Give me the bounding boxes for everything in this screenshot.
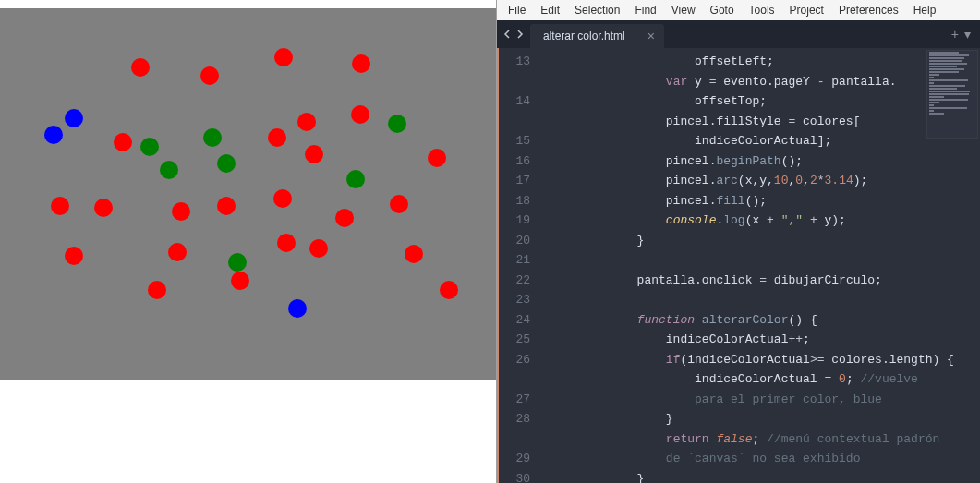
menu-selection[interactable]: Selection <box>567 2 627 18</box>
painted-dot <box>388 115 406 133</box>
tab-dropdown-icon[interactable]: ▾ <box>964 27 971 42</box>
editor-pane: File Edit Selection Find View Goto Tools… <box>496 0 980 483</box>
painted-dot <box>217 197 236 215</box>
painted-dot <box>168 243 187 261</box>
painted-dot <box>172 202 190 221</box>
painted-dot <box>352 54 370 73</box>
painted-dot <box>305 145 323 163</box>
tab-title: alterar color.html <box>543 30 625 42</box>
painted-dot <box>217 154 236 173</box>
menu-tools[interactable]: Tools <box>742 2 782 18</box>
new-tab-icon[interactable]: + <box>951 27 959 42</box>
painted-dot <box>309 239 328 258</box>
minimap[interactable] <box>926 50 978 139</box>
painted-dot <box>335 209 354 227</box>
painted-dot <box>200 66 219 85</box>
menu-edit[interactable]: Edit <box>533 2 567 18</box>
painted-dot <box>160 161 178 179</box>
painted-dot <box>277 234 296 252</box>
tab-close-icon[interactable]: × <box>647 30 655 42</box>
drawing-canvas[interactable] <box>0 8 496 380</box>
painted-dot <box>65 247 83 265</box>
menu-file[interactable]: File <box>501 2 533 18</box>
painted-dot <box>140 138 159 156</box>
painted-dot <box>65 109 83 127</box>
painted-dot <box>268 128 286 147</box>
line-number-gutter: 13 14 151617181920212223242526 2728 2930… <box>497 48 543 483</box>
tab-active[interactable]: alterar color.html × <box>530 24 664 48</box>
painted-dot <box>428 149 446 167</box>
nav-forward-icon[interactable] <box>515 26 525 42</box>
menu-goto[interactable]: Goto <box>703 2 742 18</box>
painted-dot <box>44 126 63 144</box>
menu-view[interactable]: View <box>664 2 703 18</box>
painted-dot <box>288 299 307 318</box>
painted-dot <box>297 113 316 131</box>
painted-dot <box>94 199 113 217</box>
nav-back-icon[interactable] <box>502 26 512 42</box>
editor-tabbar: alterar color.html × + ▾ <box>497 20 980 48</box>
painted-dot <box>440 281 458 299</box>
browser-pane <box>0 0 496 483</box>
painted-dot <box>273 189 292 208</box>
menu-find[interactable]: Find <box>627 2 663 18</box>
menu-preferences[interactable]: Preferences <box>831 2 906 18</box>
painted-dot <box>274 48 293 66</box>
painted-dot <box>114 133 132 151</box>
painted-dot <box>131 58 150 77</box>
painted-dot <box>351 105 369 124</box>
painted-dot <box>148 281 166 299</box>
menu-help[interactable]: Help <box>906 2 944 18</box>
editor-menubar: File Edit Selection Find View Goto Tools… <box>497 0 980 20</box>
painted-dot <box>228 253 247 272</box>
painted-dot <box>405 245 423 263</box>
painted-dot <box>203 128 222 147</box>
menu-project[interactable]: Project <box>782 2 831 18</box>
code-content[interactable]: offsetLeft; var y = evento.pageY - panta… <box>543 48 980 483</box>
painted-dot <box>231 272 249 290</box>
painted-dot <box>51 197 69 215</box>
painted-dot <box>346 170 365 188</box>
editor-area[interactable]: 13 14 151617181920212223242526 2728 2930… <box>497 48 980 483</box>
painted-dot <box>390 195 408 213</box>
